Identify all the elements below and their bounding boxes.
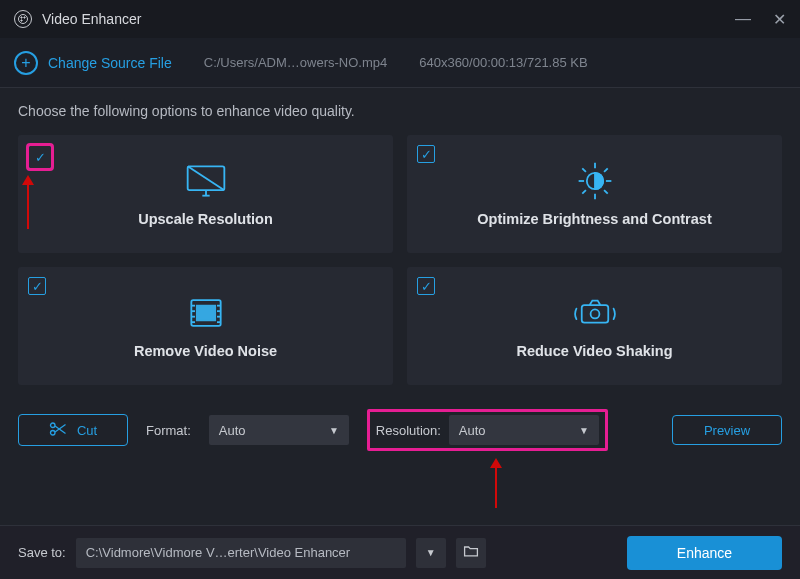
- format-dropdown[interactable]: Auto ▼: [209, 415, 349, 445]
- bottom-bar: Save to: C:\Vidmore\Vidmore V…erter\Vide…: [0, 525, 800, 579]
- film-noise-icon: [183, 293, 229, 333]
- svg-point-28: [590, 309, 599, 318]
- svg-line-15: [582, 190, 586, 194]
- change-source-button[interactable]: + Change Source File: [14, 51, 172, 75]
- option-checkbox[interactable]: ✓: [417, 277, 435, 295]
- enhance-label: Enhance: [677, 545, 732, 561]
- monitor-upscale-icon: [183, 161, 229, 201]
- svg-line-32: [55, 424, 66, 432]
- chevron-down-icon: ▼: [579, 425, 589, 436]
- minimize-button[interactable]: —: [735, 10, 751, 29]
- svg-line-16: [604, 168, 608, 172]
- enhance-options-grid: ✓ Upscale Resolution ✓: [18, 135, 782, 385]
- source-file-meta: 640x360/00:00:13/721.85 KB: [419, 55, 587, 70]
- controls-row: Cut Format: Auto ▼ Resolution: Auto ▼ Pr…: [18, 409, 782, 451]
- palette-icon: [14, 10, 32, 28]
- option-title: Upscale Resolution: [138, 211, 273, 227]
- resolution-label: Resolution:: [376, 423, 441, 438]
- svg-point-2: [24, 17, 25, 18]
- cut-button[interactable]: Cut: [18, 414, 128, 446]
- resolution-value: Auto: [459, 423, 486, 438]
- main-panel: Choose the following options to enhance …: [0, 88, 800, 523]
- svg-point-3: [21, 20, 22, 21]
- option-remove-noise[interactable]: ✓ Remove Video Noise: [18, 267, 393, 385]
- svg-point-30: [50, 430, 55, 435]
- save-to-path-value: C:\Vidmore\Vidmore V…erter\Video Enhance…: [86, 545, 350, 560]
- option-title: Optimize Brightness and Contrast: [477, 211, 711, 227]
- svg-rect-27: [581, 305, 608, 323]
- svg-line-13: [582, 168, 586, 172]
- enhance-button[interactable]: Enhance: [627, 536, 782, 570]
- open-folder-button[interactable]: [456, 538, 486, 568]
- svg-point-1: [21, 17, 22, 18]
- option-checkbox[interactable]: ✓: [417, 145, 435, 163]
- option-title: Remove Video Noise: [134, 343, 277, 359]
- source-toolbar: + Change Source File C:/Users/ADM…owers-…: [0, 38, 800, 88]
- svg-point-29: [50, 423, 55, 428]
- annotation-arrow-icon: [495, 466, 497, 508]
- chevron-down-icon: ▼: [426, 547, 436, 558]
- instruction-text: Choose the following options to enhance …: [18, 103, 782, 119]
- option-reduce-shaking[interactable]: ✓ Reduce Video Shaking: [407, 267, 782, 385]
- option-brightness-contrast[interactable]: ✓ Optimize Brightness and Contrast: [407, 135, 782, 253]
- folder-icon: [463, 544, 479, 561]
- save-to-dropdown-button[interactable]: ▼: [416, 538, 446, 568]
- svg-line-31: [55, 426, 66, 434]
- source-file-path: C:/Users/ADM…owers-NO.mp4: [204, 55, 387, 70]
- save-to-label: Save to:: [18, 545, 66, 560]
- cut-label: Cut: [77, 423, 97, 438]
- svg-point-0: [19, 15, 28, 24]
- chevron-down-icon: ▼: [329, 425, 339, 436]
- option-checkbox[interactable]: ✓: [28, 145, 52, 169]
- app-title: Video Enhancer: [42, 11, 141, 27]
- format-value: Auto: [219, 423, 246, 438]
- svg-line-5: [187, 166, 224, 190]
- camera-shake-icon: [572, 293, 618, 333]
- brightness-icon: [572, 161, 618, 201]
- option-title: Reduce Video Shaking: [516, 343, 672, 359]
- close-button[interactable]: ✕: [773, 10, 786, 29]
- plus-icon: +: [14, 51, 38, 75]
- svg-rect-18: [196, 306, 214, 321]
- change-source-label: Change Source File: [48, 55, 172, 71]
- option-upscale-resolution[interactable]: ✓ Upscale Resolution: [18, 135, 393, 253]
- svg-line-14: [604, 190, 608, 194]
- scissors-icon: [49, 421, 67, 440]
- preview-button[interactable]: Preview: [672, 415, 782, 445]
- window-titlebar: Video Enhancer — ✕: [0, 0, 800, 38]
- resolution-group-highlight: Resolution: Auto ▼: [367, 409, 608, 451]
- preview-label: Preview: [704, 423, 750, 438]
- option-checkbox[interactable]: ✓: [28, 277, 46, 295]
- resolution-dropdown[interactable]: Auto ▼: [449, 415, 599, 445]
- save-to-path-field[interactable]: C:\Vidmore\Vidmore V…erter\Video Enhance…: [76, 538, 406, 568]
- format-label: Format:: [146, 423, 191, 438]
